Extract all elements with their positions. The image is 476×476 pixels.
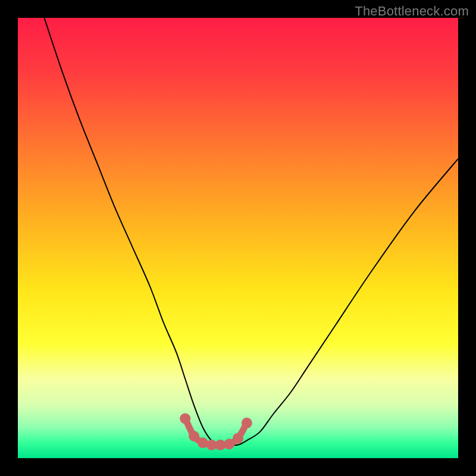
chart-plot-area	[18, 18, 458, 458]
optimal-band-dot	[233, 433, 243, 444]
watermark-text: TheBottleneck.com	[355, 4, 469, 19]
gradient-background	[18, 18, 458, 458]
optimal-band-dot	[189, 431, 199, 441]
optimal-band-dot	[224, 439, 234, 449]
optimal-band-dot	[180, 413, 190, 424]
chart-svg	[18, 18, 458, 458]
outer-black-frame: TheBottleneck.com	[0, 0, 476, 476]
optimal-band-dot	[242, 418, 252, 428]
